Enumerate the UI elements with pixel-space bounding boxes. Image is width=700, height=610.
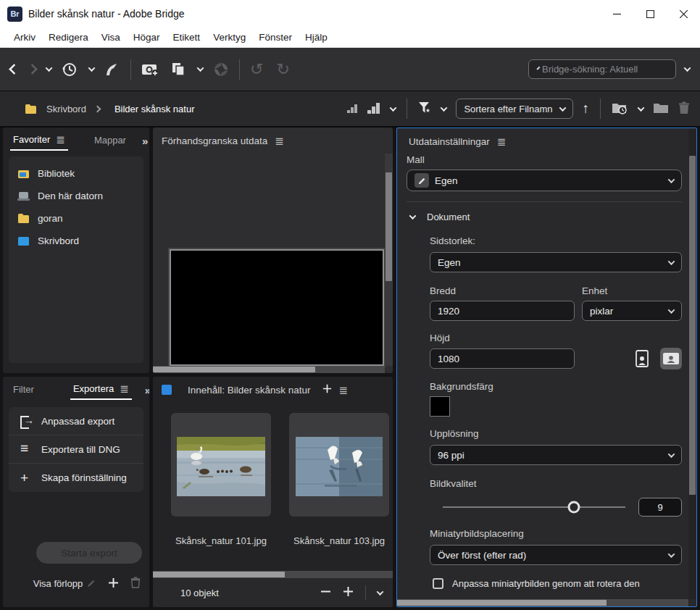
show-progress-label[interactable]: Visa förlopp (33, 578, 83, 589)
quality-slider-thumb[interactable] (568, 501, 580, 514)
scrollbar-thumb[interactable] (153, 367, 315, 372)
zoom-in-icon[interactable] (343, 586, 354, 599)
scrollbar-thumb[interactable] (689, 156, 696, 495)
preview-vertical-scrollbar[interactable] (385, 154, 393, 366)
orientation-portrait-button[interactable] (631, 348, 653, 369)
thumbnail-filename[interactable]: Skånsk_natur 103.jpg (289, 535, 389, 546)
delete-preset-icon[interactable] (130, 577, 141, 590)
thumbnail-placement-select[interactable]: Över först (efter rad) (430, 545, 682, 565)
view-options-chevron-icon[interactable] (377, 588, 384, 596)
refresh-icon[interactable] (213, 62, 229, 78)
export-option[interactable]: Skapa förinställning (9, 464, 143, 492)
recent-folder-dropdown-icon[interactable] (638, 104, 645, 112)
tab-exportera[interactable]: Exportera ≣ (70, 380, 132, 400)
get-photos-camera-icon[interactable] (141, 62, 160, 78)
thumbnail-card[interactable] (289, 413, 389, 517)
template-select[interactable]: Egen (407, 170, 682, 191)
breadcrumb-root[interactable]: Skrivbord (46, 104, 86, 114)
menu-item[interactable]: Högar (127, 32, 167, 43)
menu-item[interactable]: Hjälp (299, 32, 334, 43)
sort-ascending-icon[interactable]: ↑ (583, 101, 590, 117)
export-option[interactable]: Anpassad export (9, 407, 143, 435)
panel-collapse-icon[interactable]: » (142, 135, 146, 147)
menu-item[interactable]: Etikett (167, 32, 207, 43)
panel-menu-icon[interactable]: ≣ (56, 134, 65, 145)
thumbnail-card[interactable] (171, 413, 271, 517)
rating-dropdown-icon[interactable] (390, 104, 397, 112)
maximize-button[interactable] (633, 0, 667, 28)
thumbnail-filename[interactable]: Skånsk_natur 101.jpg (171, 535, 271, 546)
preview-horizontal-scrollbar[interactable] (153, 366, 385, 373)
start-export-button[interactable]: Starta export (36, 542, 142, 564)
scrollbar-thumb[interactable] (386, 172, 392, 281)
resolution-select[interactable]: 96 ppi (430, 445, 682, 465)
breadcrumb-current[interactable]: Bilder skånsk natur (114, 104, 195, 114)
tab-filter[interactable]: Filter (10, 381, 37, 399)
add-export-icon[interactable] (108, 577, 119, 590)
scrollbar-thumb[interactable] (153, 572, 285, 577)
panel-menu-icon[interactable]: ≣ (339, 385, 349, 396)
search-options-icon[interactable] (684, 64, 691, 72)
scrollbar-thumb[interactable] (397, 600, 607, 606)
zoom-out-icon[interactable] (320, 586, 331, 599)
panel-menu-icon[interactable]: ≣ (497, 136, 507, 147)
edit-pencil-icon[interactable] (87, 578, 96, 590)
export-option[interactable]: Exportera till DNG (9, 435, 143, 464)
tab-label: Favoriter (13, 134, 50, 145)
menu-item[interactable]: Arkiv (7, 32, 42, 43)
filter-funnel-icon[interactable] (418, 101, 432, 116)
minimize-button[interactable] (600, 0, 633, 28)
favorites-item[interactable]: goran (9, 207, 143, 230)
rating-filter-small-icon[interactable] (347, 103, 358, 115)
tab-mappar[interactable]: Mappar (91, 132, 129, 150)
filter-dropdown-icon[interactable] (441, 104, 448, 112)
history-dropdown-icon[interactable] (88, 64, 96, 72)
close-button[interactable] (667, 0, 700, 28)
favorites-item-icon (17, 191, 30, 201)
forward-icon[interactable] (27, 64, 38, 75)
content-horizontal-scrollbar[interactable] (153, 571, 393, 578)
rotate-thumbnail-checkbox[interactable] (433, 578, 443, 589)
background-color-swatch[interactable] (430, 396, 450, 417)
redo-icon[interactable]: ↻ (276, 60, 289, 79)
tab-favoriter[interactable]: Favoriter ≣ (10, 131, 68, 151)
rating-filter-large-icon[interactable] (367, 101, 381, 116)
back-icon[interactable] (9, 64, 20, 75)
delete-icon[interactable] (678, 101, 690, 117)
menu-item[interactable]: Fönster (252, 32, 299, 43)
quality-value-box[interactable]: 9 (638, 498, 682, 517)
output-horizontal-scrollbar[interactable] (397, 599, 688, 606)
orientation-landscape-button[interactable] (660, 348, 682, 369)
add-content-icon[interactable] (322, 384, 332, 396)
width-input[interactable] (438, 306, 567, 317)
boomerang-icon[interactable] (104, 62, 120, 78)
undo-icon[interactable]: ↺ (250, 60, 263, 79)
favorites-item[interactable]: Skrivbord (9, 230, 143, 252)
section-expand-icon[interactable] (409, 212, 417, 220)
panel-collapse-icon[interactable]: » (145, 384, 149, 396)
document-section-header[interactable]: Dokument (407, 212, 682, 222)
copy-files-icon[interactable] (170, 62, 188, 78)
search-box[interactable] (528, 59, 676, 79)
new-folder-icon[interactable] (653, 101, 669, 116)
menu-item[interactable]: Redigera (42, 32, 95, 43)
search-scope-chevron-icon[interactable] (537, 67, 541, 70)
menu-item[interactable]: Visa (95, 32, 127, 43)
quality-slider[interactable] (443, 501, 625, 513)
search-input[interactable] (542, 64, 670, 75)
nav-dropdown-icon[interactable] (46, 64, 53, 72)
recent-folder-icon[interactable] (612, 101, 629, 117)
page-size-select[interactable]: Egen (430, 252, 682, 272)
panel-menu-icon[interactable]: ≣ (275, 135, 284, 146)
favorites-item[interactable]: Bibliotek (9, 162, 143, 185)
copy-dropdown-icon[interactable] (197, 64, 204, 72)
panel-menu-icon[interactable]: ≣ (120, 383, 129, 394)
output-vertical-scrollbar[interactable] (688, 128, 696, 599)
menu-item[interactable]: Verktyg (207, 32, 252, 43)
output-page-preview[interactable] (170, 249, 384, 366)
favorites-item[interactable]: Den här datorn (9, 185, 143, 207)
sort-dropdown[interactable]: Sortera efter Filnamn (456, 99, 572, 119)
history-icon[interactable] (62, 61, 79, 78)
unit-select[interactable]: pixlar (582, 301, 682, 321)
height-input[interactable] (438, 354, 567, 364)
